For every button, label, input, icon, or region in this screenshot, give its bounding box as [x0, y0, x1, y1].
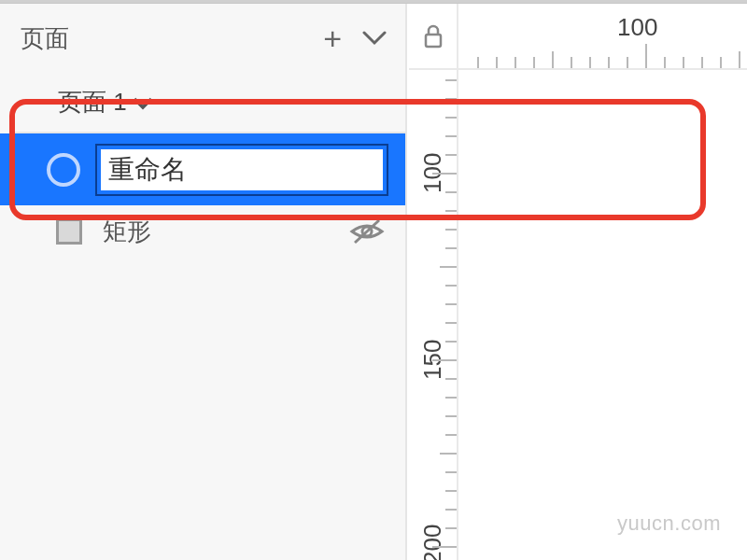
ruler-h-ticks	[458, 40, 747, 68]
ruler-v-label-200: 200	[418, 525, 447, 560]
watermark: yuucn.com	[617, 511, 721, 536]
horizontal-ruler: 100	[458, 4, 747, 70]
chevron-down-icon	[362, 31, 387, 46]
eye-off-icon	[349, 217, 385, 245]
svg-line-1	[355, 220, 379, 243]
page-item-label: 页面 1	[58, 86, 127, 119]
layer-rename-input[interactable]	[97, 146, 387, 194]
canvas-area[interactable]: 100 100 150 200	[409, 4, 747, 560]
lock-icon	[423, 24, 444, 49]
pages-sidebar: 页面 + 页面 1 矩形	[0, 4, 407, 560]
rectangle-shape-icon	[56, 218, 82, 245]
sidebar-header: 页面 +	[0, 4, 405, 73]
circle-shape-icon	[47, 153, 80, 187]
svg-rect-2	[426, 35, 441, 47]
sidebar-title: 页面	[21, 22, 323, 55]
chevron-down-icon	[133, 97, 153, 110]
layer-item[interactable]: 矩形	[0, 205, 405, 258]
layer-item-selected[interactable]	[0, 133, 405, 205]
vertical-ruler: 100 150 200	[409, 70, 458, 560]
add-page-button[interactable]: +	[323, 22, 342, 54]
layer-item-label: 矩形	[103, 216, 349, 248]
page-expand-chevron[interactable]	[133, 88, 153, 117]
pages-menu-chevron[interactable]	[362, 31, 387, 46]
visibility-toggle[interactable]	[349, 217, 385, 245]
ruler-origin-lock[interactable]	[409, 4, 458, 70]
ruler-h-label-100: 100	[617, 13, 657, 42]
page-list-item[interactable]: 页面 1	[0, 73, 405, 132]
